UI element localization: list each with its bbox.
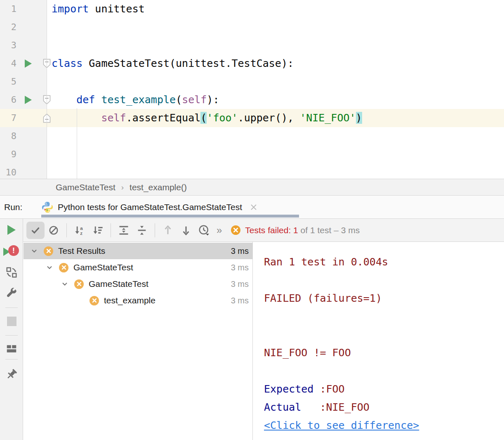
line-number: 9 xyxy=(0,145,16,163)
run-panel-header: Run: Python tests for GameStateTest.Game… xyxy=(0,196,504,219)
toolbar-divider xyxy=(111,223,111,237)
restore-layout-button[interactable] xyxy=(0,343,23,355)
sort-by-duration-button[interactable] xyxy=(89,222,107,239)
console-line: NIE_FOO != FOO xyxy=(264,344,504,362)
run-test-gutter-icon[interactable] xyxy=(25,59,32,68)
test-duration: 3 ms xyxy=(231,279,249,289)
line-number: 2 xyxy=(0,18,16,36)
console-line: Ran 1 test in 0.004s xyxy=(264,253,504,271)
toolbar-divider xyxy=(66,223,67,237)
strip-divider xyxy=(5,335,18,336)
test-duration: 3 ms xyxy=(231,263,249,272)
code-line[interactable]: self.assertEqual('foo'.upper(), 'NIE_FOO… xyxy=(52,109,362,127)
line-number: 6 xyxy=(0,91,16,109)
selected-tab-underline xyxy=(41,215,299,218)
chevron-spacer xyxy=(75,296,85,305)
chevron-down-icon[interactable] xyxy=(29,246,39,256)
test-history-button[interactable] xyxy=(195,222,213,239)
strip-divider xyxy=(5,359,18,360)
pycharm-window: 1import unittest234class GameStateTest(u… xyxy=(0,0,504,440)
tree-row[interactable]: test_example3 ms xyxy=(24,292,253,309)
console-line xyxy=(264,308,504,326)
test-duration: 3 ms xyxy=(231,296,249,305)
test-duration: 3 ms xyxy=(231,246,249,256)
svg-text:z: z xyxy=(80,230,82,235)
toggle-auto-test-button[interactable] xyxy=(0,266,23,279)
breadcrumb-separator-icon: › xyxy=(121,183,124,192)
stop-button[interactable] xyxy=(0,317,23,326)
run-panel-side-toolbar: ! xyxy=(0,219,23,440)
status-failed-count: Tests failed: 1 xyxy=(245,225,298,235)
rerun-tests-button[interactable] xyxy=(0,225,23,235)
collapse-all-button[interactable] xyxy=(133,222,151,239)
rerun-failed-icon: ! xyxy=(3,245,20,258)
tree-row[interactable]: GameStateTest3 ms xyxy=(24,259,253,276)
close-icon[interactable] xyxy=(250,203,258,211)
python-tests-icon xyxy=(41,201,54,213)
test-failed-icon xyxy=(89,296,99,305)
tree-row-label: GameStateTest xyxy=(73,263,133,272)
console-line xyxy=(264,326,504,344)
rerun-failed-tests-button[interactable]: ! xyxy=(0,245,23,258)
console-line: Expected :FOO xyxy=(264,380,504,398)
expand-all-button[interactable] xyxy=(115,222,133,239)
run-test-gutter-icon[interactable] xyxy=(25,96,32,104)
show-ignored-button[interactable] xyxy=(45,222,63,239)
see-difference-link[interactable]: <Click to see difference> xyxy=(264,419,419,431)
test-runner-toolbar: a z xyxy=(0,219,504,242)
line-number: 3 xyxy=(0,36,16,54)
status-text: Tests failed: 1 of 1 test – 3 ms xyxy=(245,225,360,235)
sort-alphabetically-button[interactable]: a z xyxy=(71,222,89,239)
play-icon xyxy=(7,225,16,235)
test-failed-icon xyxy=(74,279,84,289)
line-number: 10 xyxy=(0,163,16,179)
failed-badge: ! xyxy=(8,245,19,256)
line-number: 1 xyxy=(0,0,16,18)
tree-row-label: GameStateTest xyxy=(89,279,148,289)
tree-row[interactable]: GameStateTest3 ms xyxy=(24,276,253,292)
line-number: 8 xyxy=(0,127,16,145)
next-failed-test-button[interactable] xyxy=(177,222,195,239)
console-line xyxy=(264,271,504,289)
tree-row[interactable]: Test Results3 ms xyxy=(24,243,253,259)
stop-icon xyxy=(7,317,16,326)
tree-row-label: Test Results xyxy=(58,246,105,256)
previous-failed-test-button[interactable] xyxy=(159,222,177,239)
breadcrumb: GameStateTest › test_example() xyxy=(0,179,504,196)
test-output-console: Ran 1 test in 0.004sFAILED (failures=1)N… xyxy=(253,242,504,440)
test-failed-icon xyxy=(44,246,53,256)
tests-failed-icon xyxy=(231,225,240,235)
breadcrumb-class[interactable]: GameStateTest xyxy=(56,182,115,192)
test-failed-icon xyxy=(59,263,68,272)
run-label: Run: xyxy=(4,196,22,218)
code-line[interactable]: def test_example(self): xyxy=(52,91,219,109)
test-results-tree: Test Results3 msGameStateTest3 msGameSta… xyxy=(24,242,253,440)
show-passed-button[interactable] xyxy=(26,222,45,239)
status-detail: of 1 test – 3 ms xyxy=(298,225,360,235)
line-number: 4 xyxy=(0,54,16,73)
pin-tab-button[interactable] xyxy=(0,368,23,381)
console-line: FAILED (failures=1) xyxy=(264,289,504,308)
code-line[interactable]: import unittest xyxy=(52,0,145,18)
strip-divider xyxy=(5,308,18,308)
console-line xyxy=(264,362,504,380)
test-status: Tests failed: 1 of 1 test – 3 ms xyxy=(231,225,360,235)
toolbar-divider xyxy=(155,223,155,237)
fold-gutter-line xyxy=(47,0,47,179)
chevron-down-icon[interactable] xyxy=(60,279,70,289)
test-runner-settings-button[interactable] xyxy=(0,287,23,299)
chevron-down-icon[interactable] xyxy=(45,263,54,272)
code-editor[interactable]: 1import unittest234class GameStateTest(u… xyxy=(0,0,504,179)
run-tab-title: Python tests for GameStateTest.GameState… xyxy=(58,202,242,212)
breadcrumb-method[interactable]: test_example() xyxy=(130,182,187,192)
more-actions-button[interactable]: » xyxy=(213,225,225,236)
tree-row-label: test_example xyxy=(104,296,155,305)
indent-guide-line xyxy=(77,108,77,179)
code-line[interactable]: class GameStateTest(unittest.TestCase): xyxy=(52,54,294,73)
line-number: 5 xyxy=(0,73,16,91)
console-line: Actual :NIE_FOO xyxy=(264,398,504,416)
line-number: 7 xyxy=(0,109,16,127)
console-line: <Click to see difference> xyxy=(264,416,504,435)
